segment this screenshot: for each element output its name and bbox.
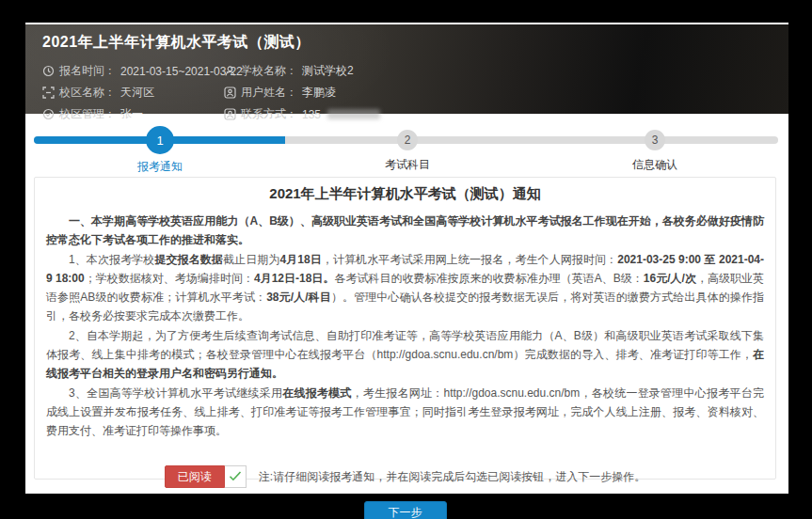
step-label: 考试科目: [351, 157, 464, 173]
scan-frame-icon: [42, 86, 55, 99]
info-label: 报名时间：: [59, 63, 116, 79]
read-checkbox[interactable]: [225, 465, 247, 488]
notice-paragraph-1: 1、本次报考学校提交报名数据截止日期为4月18日，计算机水平考试采用网上统一报名…: [46, 250, 764, 325]
confirm-row: 已阅读 注:请仔细阅读报考通知，并在阅读完成后勾选已阅读按钮，进入下一步操作。: [46, 465, 764, 488]
info-label: 校区名称：: [59, 85, 116, 101]
stepper: 1 报考通知 2 考试科目 3 信息确认: [25, 118, 788, 177]
notice-paragraph-3: 3、全国高等学校计算机水平考试继续采用在线报考模式，考生报名网址：http://…: [46, 384, 764, 440]
page-title: 2021年上半年计算机水平考试（测试）: [42, 33, 788, 53]
next-row: 下一步: [46, 501, 764, 519]
notice-paragraph-2: 2、自本学期起，为了方便考生后续查询考试信息、自助打印准考证等，高等学校英语应用…: [46, 326, 764, 383]
info-row-campus-name: 校区名称：天河区: [42, 85, 224, 101]
app-window: 2021年上半年计算机水平考试（测试） 报名时间：2021-03-15~2021…: [25, 23, 788, 494]
step-number: 3: [645, 130, 665, 150]
info-value: 测试学校2: [302, 63, 354, 79]
step-report-notice: 1 报考通知: [103, 126, 216, 175]
info-label: 学校名称：: [241, 63, 297, 79]
checkmark-icon: [229, 468, 242, 485]
next-step-button[interactable]: 下一步: [364, 501, 447, 519]
user-icon: [224, 65, 236, 77]
step-label: 报考通知: [103, 159, 216, 175]
info-label: 用户姓名：: [241, 85, 297, 101]
info-row-user-name: 用户姓名：李鹏凌: [224, 85, 380, 101]
info-value: 李鹏凌: [302, 85, 336, 101]
header-banner: 2021年上半年计算机水平考试（测试） 报名时间：2021-03-15~2021…: [25, 24, 788, 114]
notice-paragraph-intro: 一、本学期高等学校英语应用能力（A、B级）、高级职业英语考试和全国高等学校计算机…: [46, 212, 764, 249]
step-info-confirm: 3 信息确认: [598, 130, 711, 173]
id-card-icon: [224, 86, 236, 99]
info-row-school-name: 学校名称：测试学校2: [224, 63, 380, 79]
clock-icon: [42, 65, 55, 77]
step-number: 2: [397, 130, 418, 150]
step-label: 信息确认: [598, 157, 711, 173]
read-confirm-button[interactable]: 已阅读: [165, 465, 225, 488]
confirm-note: 注:请仔细阅读报考通知，并在阅读完成后勾选已阅读按钮，进入下一步操作。: [259, 469, 645, 485]
info-value: 天河区: [120, 85, 154, 101]
step-number: 1: [146, 126, 174, 154]
notice-card: 2021年上半年计算机水平考试（测试）通知 一、本学期高等学校英语应用能力（A、…: [34, 177, 776, 480]
info-row-reg-time: 报名时间：2021-03-15~2021-03-22: [42, 63, 224, 79]
notice-title: 2021年上半年计算机水平考试（测试）通知: [46, 185, 764, 203]
header-info: 报名时间：2021-03-15~2021-03-22 校区名称：天河区 校区管理…: [42, 63, 788, 122]
step-exam-subjects: 2 考试科目: [351, 130, 464, 173]
